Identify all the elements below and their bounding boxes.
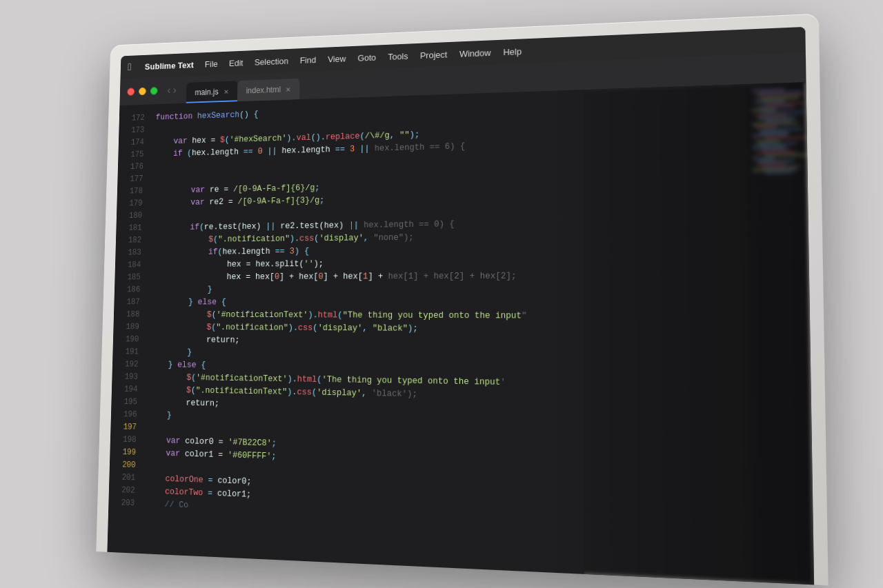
close-button[interactable] bbox=[127, 88, 135, 95]
minimize-button[interactable] bbox=[139, 87, 146, 94]
line-num-197: 197 bbox=[123, 420, 137, 434]
minimap-line bbox=[762, 148, 788, 151]
minimap-line bbox=[755, 100, 785, 103]
line-num-188: 188 bbox=[126, 308, 140, 321]
screen-bezel:  Sublime Text File Edit Selection Find … bbox=[107, 26, 814, 584]
menu-goto[interactable]: Goto bbox=[357, 52, 376, 62]
minimap-line bbox=[753, 145, 785, 148]
line-num-185: 185 bbox=[127, 271, 141, 283]
line-num-186: 186 bbox=[127, 283, 141, 296]
line-num-173: 173 bbox=[131, 124, 145, 136]
laptop-container:  Sublime Text File Edit Selection Find … bbox=[96, 13, 828, 585]
line-num-201: 201 bbox=[121, 472, 135, 485]
line-num-198: 198 bbox=[123, 434, 137, 447]
tab-main-js-close[interactable]: ✕ bbox=[224, 88, 228, 95]
line-num-178: 178 bbox=[130, 185, 143, 197]
line-num-191: 191 bbox=[125, 345, 139, 358]
minimap-line bbox=[753, 122, 799, 125]
menu-project[interactable]: Project bbox=[420, 49, 447, 60]
minimap-line bbox=[756, 163, 786, 165]
minimap-line bbox=[759, 159, 794, 162]
minimap-line bbox=[755, 140, 780, 143]
maximize-button[interactable] bbox=[150, 87, 158, 94]
line-num-182: 182 bbox=[128, 234, 142, 247]
apple-logo-icon:  bbox=[128, 61, 132, 72]
minimap-line bbox=[755, 151, 796, 154]
tab-main-js[interactable]: main.js ✕ bbox=[186, 81, 237, 103]
tab-index-html-close[interactable]: ✕ bbox=[286, 85, 291, 93]
line-num-190: 190 bbox=[126, 333, 139, 345]
menu-view[interactable]: View bbox=[328, 53, 346, 63]
line-num-175: 175 bbox=[130, 148, 144, 161]
minimap-line bbox=[753, 157, 775, 160]
line-num-179: 179 bbox=[129, 197, 143, 210]
minimap-content bbox=[746, 82, 808, 180]
minimap-line bbox=[753, 134, 788, 136]
menu-edit[interactable]: Edit bbox=[229, 57, 244, 68]
forward-arrow-icon[interactable]: › bbox=[173, 84, 177, 96]
minimap bbox=[746, 82, 814, 585]
menu-file[interactable]: File bbox=[205, 59, 218, 69]
back-arrow-icon[interactable]: ‹ bbox=[167, 84, 170, 96]
tab-index-html-label: index.html bbox=[246, 85, 281, 95]
line-num-180: 180 bbox=[129, 210, 143, 222]
line-num-177: 177 bbox=[130, 173, 143, 185]
minimap-line bbox=[759, 142, 797, 145]
menu-help[interactable]: Help bbox=[503, 45, 522, 57]
traffic-lights bbox=[127, 87, 157, 96]
line-num-195: 195 bbox=[123, 396, 137, 409]
code-content: function hexSearch() { var hex = $('#hex… bbox=[139, 84, 752, 582]
menu-find[interactable]: Find bbox=[300, 54, 317, 65]
code-line-185: hex = hex[0] + hex[0] + hex[1] + hex[1] … bbox=[152, 269, 748, 284]
menu-tools[interactable]: Tools bbox=[388, 50, 408, 61]
minimap-line bbox=[764, 119, 791, 122]
line-num-184: 184 bbox=[128, 258, 141, 271]
code-line-187: } else { bbox=[151, 296, 749, 310]
minimap-line bbox=[758, 105, 793, 108]
menu-window[interactable]: Window bbox=[459, 47, 491, 58]
minimap-line bbox=[753, 168, 796, 171]
line-num-203: 203 bbox=[121, 496, 135, 509]
line-num-172: 172 bbox=[132, 112, 145, 124]
line-num-176: 176 bbox=[130, 161, 144, 173]
tab-main-js-label: main.js bbox=[195, 87, 219, 97]
line-num-200: 200 bbox=[122, 458, 136, 472]
line-num-193: 193 bbox=[124, 371, 138, 383]
minimap-line bbox=[752, 108, 776, 111]
tab-index-html[interactable]: index.html ✕ bbox=[237, 78, 300, 101]
navigation-arrows: ‹ › bbox=[167, 84, 176, 96]
minimap-line bbox=[762, 165, 800, 168]
line-num-196: 196 bbox=[123, 408, 137, 421]
minimap-line bbox=[758, 131, 788, 134]
line-num-183: 183 bbox=[128, 247, 141, 259]
line-num-199: 199 bbox=[122, 446, 136, 459]
menu-app-name[interactable]: Sublime Text bbox=[145, 59, 194, 71]
code-editor[interactable]: 172 173 174 175 176 177 178 179 180 181 … bbox=[107, 82, 814, 585]
code-line-186: } bbox=[151, 283, 748, 296]
line-num-187: 187 bbox=[126, 296, 140, 308]
line-num-194: 194 bbox=[124, 383, 138, 396]
line-num-189: 189 bbox=[126, 321, 139, 333]
menu-selection[interactable]: Selection bbox=[255, 55, 288, 66]
minimap-line bbox=[755, 114, 788, 116]
line-num-174: 174 bbox=[131, 136, 145, 149]
line-num-202: 202 bbox=[121, 484, 135, 497]
minimap-line bbox=[755, 125, 777, 128]
minimap-line bbox=[765, 171, 793, 174]
line-num-181: 181 bbox=[128, 222, 142, 234]
line-num-192: 192 bbox=[125, 358, 139, 371]
